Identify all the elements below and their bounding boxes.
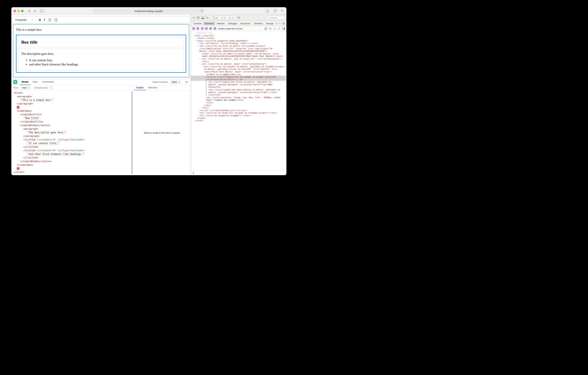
dom-tree-node[interactable]: <h1 class="simple-box-title ck-editor__e… [191, 81, 286, 88]
rich-text-editor[interactable]: This is a simple box: Box title The desc… [13, 24, 189, 77]
dom-tree-node[interactable]: <script src="dist/bundle.js"></script> [191, 109, 286, 112]
disclosure-triangle-icon[interactable]: ▸ [206, 88, 208, 91]
dom-tree-node[interactable]: <label class="ck ck-label ck-voice-label… [191, 53, 286, 58]
devtools-tab-debugger[interactable]: Debugger [227, 22, 239, 25]
dom-tree-node[interactable]: <!DOCTYPE html> [191, 32, 286, 34]
devtools-dock-button[interactable] [201, 17, 204, 19]
tabs-overview-button[interactable] [272, 9, 278, 13]
page-resources-badge[interactable]: 4 [212, 16, 219, 20]
dom-tree[interactable]: <!DOCTYPE html>▾<html lang="en">▸<head>…… [191, 31, 286, 171]
dom-tree-node[interactable]: ▸<div class="ck-inspector-wrapper">…</di… [191, 114, 286, 117]
bold-button[interactable]: B [39, 18, 41, 22]
model-tree-node[interactable]: <simpleBoxDescription> [11, 124, 133, 127]
element-crumb-icon[interactable] [214, 27, 216, 30]
dom-tree-node[interactable]: </div> [191, 107, 286, 109]
dom-tree-node[interactable]: ▸<div id="editor" style="display: none;"… [191, 42, 286, 45]
model-tree-node[interactable]: </paragraph> [11, 102, 133, 106]
dom-tree-node[interactable]: ▸<head>…</head> [191, 37, 286, 40]
disclosure-triangle-icon[interactable]: ▾ [204, 76, 206, 78]
share-button[interactable] [265, 9, 270, 13]
console-prompt[interactable] [191, 171, 286, 175]
model-tree-node[interactable]: "and other block elements like headings.… [11, 153, 133, 156]
italic-button[interactable]: I [44, 18, 45, 22]
grid-overlay-button[interactable] [273, 27, 276, 30]
dom-tree-node[interactable]: </section> [191, 94, 286, 96]
box-description-list[interactable]: It can contain lists,and other block ele… [21, 58, 181, 66]
devtools-tab-storage[interactable]: Storage [265, 22, 275, 25]
address-bar[interactable]: localhost/creating-a-plugin/ ↻ [93, 9, 205, 14]
dom-tree-node[interactable]: <p>This is a simple box:</p> [191, 73, 286, 76]
model-tree[interactable]: <$root><paragraph>"This is a simple box:… [11, 90, 133, 175]
reload-button[interactable]: ↻ [201, 10, 203, 12]
zoom-window-button[interactable] [21, 10, 23, 12]
dom-tree-node[interactable]: ▾<div class="ck ck-editor__main" role="p… [191, 63, 286, 66]
model-tree-node[interactable]: </listItem> [11, 145, 133, 149]
model-tree-node[interactable]: <simpleBoxTitle> [11, 113, 133, 116]
disclosure-triangle-icon[interactable]: ▾ [202, 66, 204, 68]
intro-paragraph[interactable]: This is a simple box: [16, 28, 186, 32]
inspect-panel-tab-inspect[interactable]: Inspect [134, 85, 146, 90]
dom-tree-node[interactable]: ▸<div class="simple-box-description ck-e… [191, 88, 286, 94]
simple-box-description-field[interactable]: The description goes here. It can contai… [18, 49, 184, 70]
model-tree-node[interactable]: "It can contain lists," [11, 142, 133, 145]
element-crumb-icon[interactable] [205, 27, 208, 30]
list-item[interactable]: and other block elements like headings. [29, 63, 181, 66]
devtools-settings-button[interactable] [282, 22, 285, 25]
sidebar-toggle-button[interactable] [39, 9, 45, 13]
breadcrumb-current-node[interactable]: section.simple-box.ck-wid… [218, 27, 244, 30]
issues-warning-badge[interactable]: 0 [227, 16, 235, 20]
devtools-tab-console[interactable]: Console [192, 22, 203, 25]
dom-tree-node[interactable]: </div> [191, 104, 286, 107]
forward-button[interactable]: › [33, 9, 36, 13]
model-tree-node[interactable]: [ [11, 106, 133, 109]
model-tree-node[interactable]: </listItem> [11, 156, 133, 160]
disclosure-triangle-icon[interactable]: ▸ [200, 58, 201, 60]
inspect-panel-tab-selection[interactable]: Selection [146, 85, 160, 90]
element-crumb-icon[interactable] [201, 27, 203, 30]
model-tree-node[interactable]: <paragraph> [11, 127, 133, 131]
box-title-heading[interactable]: Box title [21, 40, 181, 45]
model-tree-node[interactable]: <listItem listIndent="0" listType="bulle… [11, 138, 133, 142]
numbered-list-button[interactable]: 123 [48, 18, 51, 22]
dom-tree-node[interactable]: </html> [191, 120, 286, 122]
model-tree-scrollbar[interactable] [131, 91, 133, 174]
model-tree-node[interactable]: "The description goes here." [11, 131, 133, 134]
tab-overflow-button[interactable]: » [275, 22, 278, 25]
root-select[interactable]: main [21, 86, 31, 90]
close-window-button[interactable] [14, 10, 16, 12]
model-tree-node[interactable]: "This is a simple box:" [11, 99, 133, 102]
devtools-tab-timelines[interactable]: Timelines [252, 22, 264, 25]
dom-tree-node[interactable]: <div style="position: fixed; top: 0px; l… [191, 96, 286, 101]
dom-tree-node[interactable]: </div> [191, 101, 286, 104]
disclosure-triangle-icon[interactable]: ▸ [197, 114, 199, 117]
model-tree-node[interactable]: <listItem listIndent="0" listType="bulle… [11, 149, 133, 153]
editor-instance-select[interactable]: editor [170, 80, 181, 84]
devtools-search-field[interactable] [267, 16, 285, 20]
dom-tree-node[interactable]: ▸<div class="ck ck-editor__top ck-reset_… [191, 58, 286, 63]
dom-tree-node[interactable]: ▾<section class="simple-box ck-widget ck… [191, 76, 286, 81]
collapse-inspector-button[interactable] [184, 81, 189, 83]
model-tree-node[interactable]: <$root> [11, 91, 133, 95]
new-tab-button[interactable]: + [280, 9, 284, 13]
model-tree-node[interactable]: "Box title" [11, 116, 133, 120]
model-tree-node[interactable]: </$root> [11, 170, 133, 174]
print-button[interactable] [264, 27, 267, 30]
back-button[interactable]: ‹ [28, 9, 31, 13]
element-crumb-icon[interactable] [197, 27, 199, 30]
issues-info-badge[interactable]: 0 [219, 16, 227, 20]
disclosure-triangle-icon[interactable]: ▾ [200, 63, 201, 66]
bulleted-list-button[interactable] [54, 18, 58, 22]
disclosure-triangle-icon[interactable]: ▸ [195, 37, 197, 40]
model-tree-node[interactable]: </simpleBox> [11, 163, 133, 167]
model-tree-node[interactable]: </simpleBoxTitle> [11, 120, 133, 124]
devtools-tab-elements[interactable]: Elements [203, 22, 215, 25]
simple-box-title-field[interactable]: Box title [18, 37, 184, 47]
heading-dropdown[interactable]: Paragraph ▾ [15, 18, 32, 21]
inspector-tab-model[interactable]: Model [20, 79, 31, 85]
model-tree-node[interactable]: <paragraph> [11, 95, 133, 99]
disclosure-triangle-icon[interactable]: ▾ [195, 40, 197, 42]
model-tree-node[interactable]: </paragraph> [11, 134, 133, 138]
element-crumb-icon[interactable] [209, 27, 212, 30]
dom-tree-node[interactable]: ▾<html lang="en"> [191, 34, 286, 37]
inspector-tab-view[interactable]: View [31, 79, 40, 85]
